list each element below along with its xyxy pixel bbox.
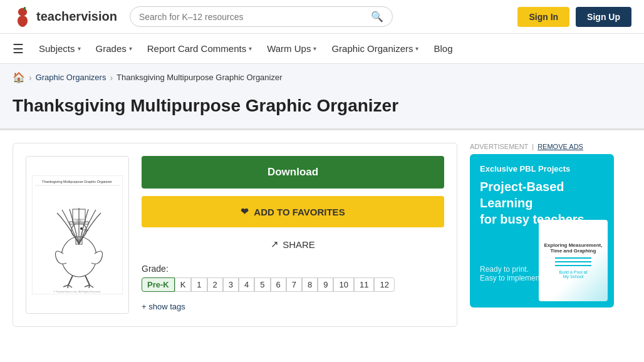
search-bar: 🔍: [130, 6, 393, 27]
add-to-favorites-button[interactable]: ❤ ADD TO FAVORITES: [142, 196, 444, 227]
breadcrumb: 🏠 › Graphic Organizers › Thanksgiving Mu…: [0, 64, 644, 91]
graphic-organizers-dropdown-arrow: ▾: [415, 45, 418, 52]
svg-text:© TeacherVision.com. All Right: © TeacherVision.com. All Rights Reserved: [54, 290, 101, 293]
breadcrumb-graphic-organizers[interactable]: Graphic Organizers: [36, 73, 106, 82]
page-title: Thanksgiving Multipurpose Graphic Organi…: [13, 96, 631, 116]
grade-pill-8[interactable]: 8: [302, 277, 318, 292]
grade-section: Grade: Pre-K K 1 2 3 4 5 6 7 8 9 10 11 1…: [142, 264, 444, 292]
grade-pill-7[interactable]: 7: [286, 277, 302, 292]
thanksgiving-turkey-image: Thanksgiving Multipurpose Graphic Organi…: [32, 175, 123, 294]
sidebar-ad: ADVERTISEMENT | REMOVE ADS Exclusive PBL…: [470, 143, 614, 327]
site-logo[interactable]: teachervision: [13, 7, 117, 27]
download-button[interactable]: Download: [142, 156, 444, 189]
search-button[interactable]: 🔍: [371, 11, 383, 23]
nav-item-blog[interactable]: Blog: [434, 34, 452, 63]
home-icon[interactable]: 🏠: [13, 71, 25, 83]
ad-label: ADVERTISEMENT | REMOVE ADS: [470, 143, 614, 150]
share-button[interactable]: ↗ SHARE: [142, 235, 444, 254]
subjects-dropdown-arrow: ▾: [78, 45, 81, 52]
signup-button[interactable]: Sign Up: [576, 7, 631, 27]
grade-pill-9[interactable]: 9: [318, 277, 333, 292]
ad-exclusive-label: Exclusive PBL Projects: [480, 164, 604, 173]
logo-text: teachervision: [36, 9, 117, 24]
content-card: Thanksgiving Multipurpose Graphic Organi…: [13, 143, 457, 327]
breadcrumb-current-page: Thanksgiving Multipurpose Graphic Organi…: [117, 73, 282, 82]
remove-ads-link[interactable]: REMOVE ADS: [538, 143, 583, 150]
grade-pill-6[interactable]: 6: [271, 277, 286, 292]
auth-buttons: Sign In Sign Up: [517, 7, 631, 27]
report-card-dropdown-arrow: ▾: [249, 45, 252, 52]
resource-thumbnail: Thanksgiving Multipurpose Graphic Organi…: [26, 156, 129, 314]
heart-icon: ❤: [241, 206, 249, 217]
grade-pill-4[interactable]: 4: [239, 277, 254, 292]
ad-book-image: Exploring Measurement,Time and Graphing …: [539, 220, 608, 301]
grade-pills: Pre-K K 1 2 3 4 5 6 7 8 9 10 11 12: [142, 277, 444, 292]
grades-dropdown-arrow: ▾: [129, 45, 132, 52]
nav-item-graphic-organizers[interactable]: Graphic Organizers ▾: [331, 34, 418, 63]
breadcrumb-sep-1: ›: [29, 73, 32, 83]
apple-icon: [13, 7, 33, 27]
main-content: Thanksgiving Multipurpose Graphic Organi…: [0, 130, 644, 339]
hamburger-button[interactable]: ☰: [13, 41, 24, 56]
breadcrumb-sep-2: ›: [110, 73, 113, 83]
svg-text:Thanksgiving Multipurpose Grap: Thanksgiving Multipurpose Graphic Organi…: [42, 180, 112, 184]
share-icon: ↗: [271, 239, 279, 250]
grade-pill-11[interactable]: 11: [354, 277, 374, 292]
grade-pill-3[interactable]: 3: [223, 277, 239, 292]
ad-card: Exclusive PBL Projects Project-Based Lea…: [470, 154, 614, 308]
grade-pill-k[interactable]: K: [175, 277, 192, 292]
nav-item-report-card-comments[interactable]: Report Card Comments ▾: [147, 34, 252, 63]
show-tags-button[interactable]: + show tags: [142, 299, 444, 314]
nav-item-warm-ups[interactable]: Warm Ups ▾: [267, 34, 316, 63]
grade-label: Grade:: [142, 264, 444, 274]
signin-button[interactable]: Sign In: [517, 7, 569, 27]
search-input[interactable]: [139, 12, 366, 22]
grade-pill-prek[interactable]: Pre-K: [142, 277, 175, 292]
nav-item-grades[interactable]: Grades ▾: [96, 34, 132, 63]
site-header: teachervision 🔍 Sign In Sign Up: [0, 0, 644, 34]
grade-pill-5[interactable]: 5: [254, 277, 270, 292]
main-nav: ☰ Subjects ▾ Grades ▾ Report Card Commen…: [0, 34, 644, 64]
grade-pill-12[interactable]: 12: [374, 277, 394, 292]
actions-area: Download ❤ ADD TO FAVORITES ↗ SHARE Grad…: [142, 156, 444, 314]
grade-pill-1[interactable]: 1: [191, 277, 207, 292]
nav-item-subjects[interactable]: Subjects ▾: [39, 34, 81, 63]
warm-ups-dropdown-arrow: ▾: [313, 45, 316, 52]
page-title-area: Thanksgiving Multipurpose Graphic Organi…: [0, 91, 644, 130]
grade-pill-10[interactable]: 10: [333, 277, 353, 292]
grade-pill-2[interactable]: 2: [207, 277, 223, 292]
